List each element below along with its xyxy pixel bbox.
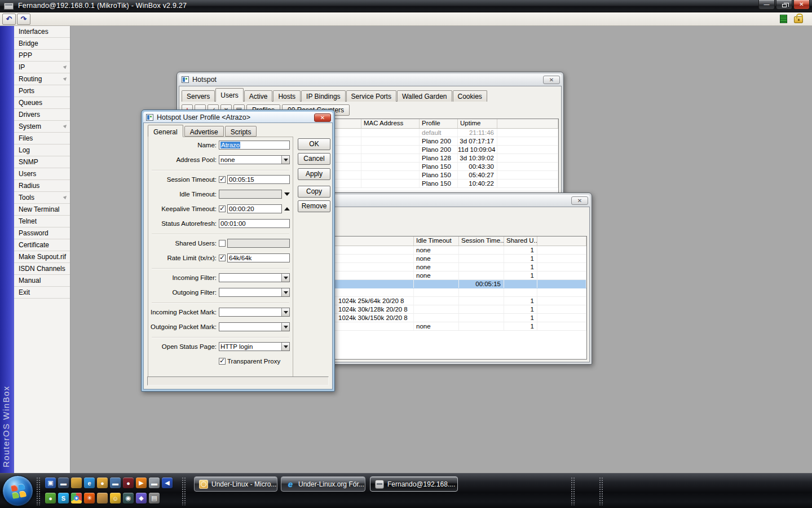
transparent-proxy-checkbox[interactable] <box>219 358 226 365</box>
sidebar-item-interfaces[interactable]: Interfaces <box>14 26 70 38</box>
smiley-icon[interactable]: ☺ <box>110 493 121 503</box>
dropdown-arrow-icon[interactable] <box>281 274 289 282</box>
sidebar-item-log[interactable]: Log <box>14 144 70 156</box>
table-row[interactable]: none1 <box>321 263 586 271</box>
tab-servers[interactable]: Servers <box>182 90 215 102</box>
tray-handle[interactable] <box>571 477 576 505</box>
column-header-shared-u[interactable]: Shared U... <box>504 237 537 246</box>
chrome-icon[interactable] <box>71 493 82 503</box>
column-header[interactable] <box>321 237 414 246</box>
red-ring-icon[interactable]: ● <box>123 478 134 488</box>
gold-badge-icon[interactable]: ● <box>97 478 108 488</box>
outgoing-filter-select[interactable] <box>219 288 290 297</box>
table-row[interactable]: none1 <box>321 322 586 331</box>
hotspot-close-icon[interactable]: ✕ <box>543 76 560 84</box>
sidebar-item-isdn-channels[interactable]: ISDN Channels <box>14 263 70 275</box>
fax-icon[interactable]: ▤ <box>149 493 160 503</box>
start-button[interactable] <box>2 475 33 506</box>
session-timeout-checkbox[interactable] <box>219 176 226 183</box>
quicklaunch-handle[interactable] <box>36 477 41 505</box>
blue-globe-icon[interactable]: ◀ <box>162 478 173 488</box>
redo-button[interactable]: ↷ <box>17 14 30 25</box>
tab-cookies[interactable]: Cookies <box>453 90 487 102</box>
sidebar-item-files[interactable]: Files <box>14 133 70 144</box>
tab-users[interactable]: Users <box>215 88 243 102</box>
window-switcher-icon[interactable]: ▣ <box>45 478 56 488</box>
table-row[interactable]: none1 <box>321 246 586 255</box>
minimize-button[interactable]: — <box>758 0 775 10</box>
column-header[interactable] <box>497 119 558 128</box>
column-header-idle-timeout[interactable]: Idle Timeout <box>414 237 459 246</box>
sidebar-item-drivers[interactable]: Drivers <box>14 109 70 121</box>
sidebar-item-exit[interactable]: Exit <box>14 287 70 299</box>
spinner-up-icon[interactable] <box>284 207 290 211</box>
dropdown-arrow-icon[interactable] <box>281 323 289 331</box>
sidebar-item-telnet[interactable]: Telnet <box>14 216 70 227</box>
dialog-tab-general[interactable]: General <box>148 125 183 137</box>
sidebar-item-tools[interactable]: Tools <box>14 192 70 204</box>
sidebar-item-manual[interactable]: Manual <box>14 275 70 287</box>
apply-button[interactable]: Apply <box>298 168 330 180</box>
internet-explorer-icon[interactable]: e <box>84 478 95 488</box>
cancel-button[interactable]: Cancel <box>298 153 330 165</box>
dialog-titlebar[interactable]: Hotspot User Profile <Atrazo> ✕ <box>143 112 333 124</box>
column-header[interactable] <box>537 237 586 246</box>
sidebar-item-system[interactable]: System <box>14 121 70 133</box>
taskbar-task-under-linux-org-f-r[interactable]: eUnder-Linux.org Fór... <box>281 476 365 492</box>
close-button[interactable]: ✕ <box>793 0 810 10</box>
rate-limit-input[interactable]: 64k/64k <box>227 253 290 262</box>
tab-hosts[interactable]: Hosts <box>273 90 301 102</box>
tab-active[interactable]: Active <box>244 90 273 102</box>
column-header-profile[interactable]: Profile <box>420 119 458 128</box>
sidebar-item-routing[interactable]: Routing <box>14 73 70 85</box>
camera-icon[interactable]: ◉ <box>123 493 134 503</box>
folder2-icon[interactable] <box>97 493 108 503</box>
drive-icon[interactable]: ▬ <box>149 478 160 488</box>
purple-arrow-icon[interactable]: ◆ <box>136 493 147 503</box>
remove-button[interactable]: Remove <box>298 200 330 212</box>
sidebar-item-make-supout-rif[interactable]: Make Supout.rif <box>14 251 70 263</box>
sidebar-item-new-terminal[interactable]: New Terminal <box>14 204 70 216</box>
dialog-close-icon[interactable]: ✕ <box>314 113 331 122</box>
monitor-icon[interactable]: ▬ <box>58 478 69 488</box>
status-autorefresh-input[interactable]: 00:01:00 <box>219 219 290 228</box>
table-row[interactable]: 1024k 30k/150k 20/20 81 <box>321 314 586 322</box>
taskbar-task-under-linux-micro[interactable]: Under-Linux - Micro... <box>194 476 277 492</box>
sidebar-item-radius[interactable]: Radius <box>14 180 70 192</box>
sidebar-item-ip[interactable]: IP <box>14 62 70 73</box>
spinner-down-icon[interactable] <box>284 192 290 196</box>
open-status-page-select[interactable]: HTTP login <box>219 342 290 351</box>
skype-icon[interactable]: S <box>58 493 69 503</box>
folder-icon[interactable] <box>71 478 82 488</box>
sidebar-item-ports[interactable]: Ports <box>14 85 70 97</box>
hotspot-titlebar[interactable]: Hotspot ✕ <box>179 74 562 86</box>
copy-button[interactable]: Copy <box>298 186 330 198</box>
profiles-close-icon[interactable]: ✕ <box>571 196 588 205</box>
taskband-handle[interactable] <box>182 477 187 505</box>
messenger-contacts-icon[interactable]: ● <box>45 493 56 503</box>
wmp-handle[interactable] <box>599 477 604 505</box>
table-row[interactable]: 00:05:15 <box>321 280 586 288</box>
column-header-mac-address[interactable]: MAC Address <box>361 119 420 128</box>
profiles-table[interactable]: Idle TimeoutSession Time...Shared U... n… <box>321 236 587 360</box>
media-play-icon[interactable]: ▶ <box>136 478 147 488</box>
tab-service-ports[interactable]: Service Ports <box>346 90 396 102</box>
sidebar-item-certificate[interactable]: Certificate <box>14 239 70 251</box>
sidebar-item-bridge[interactable]: Bridge <box>14 38 70 50</box>
table-row[interactable]: none1 <box>321 271 586 280</box>
sidebar-item-users[interactable]: Users <box>14 168 70 180</box>
session-timeout-input[interactable]: 00:05:15 <box>227 175 290 184</box>
display-icon[interactable]: ▬ <box>110 478 121 488</box>
keepalive-timeout-input[interactable]: 00:00:20 <box>227 204 282 213</box>
sidebar-item-snmp[interactable]: SNMP <box>14 156 70 168</box>
taskbar-task-fernando-192-168[interactable]: Fernando@192.168.... <box>370 476 458 492</box>
incoming-filter-select[interactable] <box>219 273 290 282</box>
dropdown-arrow-icon[interactable] <box>281 156 289 164</box>
name-input[interactable]: Atrazo <box>219 141 290 150</box>
restore-button[interactable] <box>776 0 792 10</box>
outgoing-packet-mark-select[interactable] <box>219 322 290 331</box>
incoming-packet-mark-select[interactable] <box>219 308 290 317</box>
table-row[interactable]: 1024k 30k/128k 20/20 81 <box>321 305 586 314</box>
idle-timeout-select[interactable] <box>219 190 282 199</box>
rate-limit-checkbox[interactable] <box>219 255 226 261</box>
